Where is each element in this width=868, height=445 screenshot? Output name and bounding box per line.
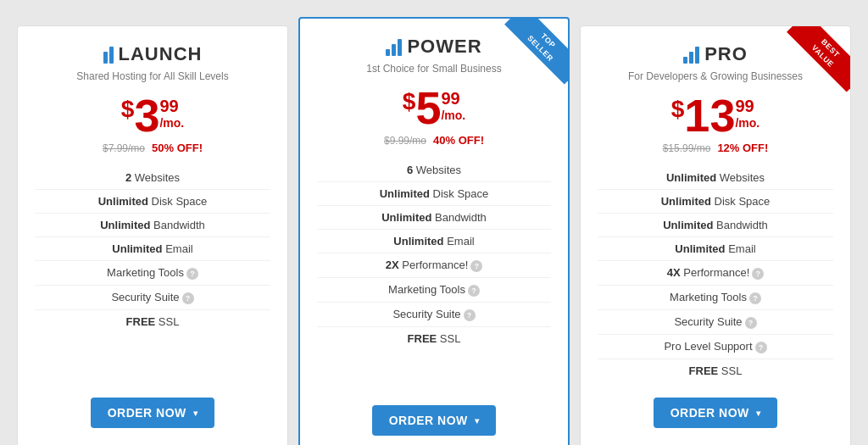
price-row: $ 13 99 /mo. bbox=[671, 92, 760, 138]
feature-item: Unlimited Bandwidth bbox=[35, 214, 270, 237]
bar-icon bbox=[103, 45, 114, 64]
price-discount: 50% OFF! bbox=[152, 142, 203, 154]
bar-icon bbox=[386, 37, 402, 56]
feature-item: Unlimited Disk Space bbox=[317, 182, 551, 206]
feature-item: Unlimited Email bbox=[598, 237, 833, 261]
price-main: 3 bbox=[134, 92, 159, 138]
plan-header: PRO bbox=[683, 43, 748, 65]
plan-header: LAUNCH bbox=[103, 43, 203, 65]
price-discount: 12% OFF! bbox=[717, 142, 768, 154]
feature-item: 6 Websites bbox=[317, 159, 551, 182]
bar-icon bbox=[683, 45, 699, 64]
price-cents: 99 bbox=[441, 88, 465, 108]
order-now-button[interactable]: ORDER NOW ▾ bbox=[91, 398, 215, 428]
feature-item: Unlimited Bandwidth bbox=[598, 214, 833, 237]
feature-item: Unlimited Websites bbox=[598, 166, 833, 190]
feature-item: Security Suite? bbox=[598, 310, 833, 335]
price-cents-mo: 99 /mo. bbox=[159, 96, 184, 130]
plan-card-power: TOPSELLER POWER 1st Choice for Small Bus… bbox=[298, 17, 570, 445]
feature-item: FREE SSL bbox=[35, 310, 270, 333]
feature-item: Security Suite? bbox=[317, 303, 551, 327]
price-dollar: $ bbox=[403, 88, 416, 115]
bar-1 bbox=[109, 47, 114, 64]
price-cents: 99 bbox=[159, 96, 184, 116]
plan-name: PRO bbox=[704, 43, 748, 65]
ribbon-power: TOPSELLER bbox=[500, 19, 568, 86]
feature-item: Pro Level Support? bbox=[598, 335, 833, 359]
price-discount-row: $7.99/mo 50% OFF! bbox=[103, 142, 203, 154]
feature-item: Unlimited Email bbox=[317, 230, 551, 253]
bar-2 bbox=[398, 39, 402, 56]
bar-0 bbox=[386, 49, 390, 56]
feature-item: Unlimited Disk Space bbox=[35, 190, 270, 214]
price-row: $ 3 99 /mo. bbox=[121, 92, 184, 138]
feature-item: FREE SSL bbox=[598, 359, 833, 382]
price-cents-mo: 99 /mo. bbox=[735, 96, 760, 130]
order-now-button[interactable]: ORDER NOW ▾ bbox=[654, 398, 778, 428]
feature-item: 4X Performance!? bbox=[598, 261, 833, 286]
help-icon[interactable]: ? bbox=[470, 260, 482, 272]
feature-item: Marketing Tools? bbox=[35, 261, 270, 286]
pricing-container: LAUNCH Shared Hosting for All Skill Leve… bbox=[0, 0, 868, 445]
dropdown-arrow-icon: ▾ bbox=[475, 416, 480, 426]
order-now-button[interactable]: ORDER NOW ▾ bbox=[372, 405, 497, 436]
plan-subtitle: For Developers & Growing Businesses bbox=[628, 70, 803, 82]
dropdown-arrow-icon: ▾ bbox=[756, 409, 761, 418]
bar-1 bbox=[392, 44, 396, 56]
feature-item: 2 Websites bbox=[35, 166, 270, 190]
price-cents-mo: 99 /mo. bbox=[441, 88, 465, 122]
price-original: $9.99/mo bbox=[384, 135, 426, 147]
feature-item: Security Suite? bbox=[35, 286, 270, 310]
help-icon[interactable]: ? bbox=[749, 292, 761, 304]
feature-item: FREE SSL bbox=[317, 327, 551, 350]
help-icon[interactable]: ? bbox=[755, 342, 767, 353]
dropdown-arrow-icon: ▾ bbox=[193, 409, 198, 418]
bar-2 bbox=[695, 47, 699, 64]
feature-item: Unlimited Email bbox=[35, 237, 270, 261]
help-icon[interactable]: ? bbox=[745, 317, 757, 329]
feature-item: Marketing Tools? bbox=[317, 278, 551, 303]
price-discount-row: $9.99/mo 40% OFF! bbox=[384, 134, 484, 147]
price-discount: 40% OFF! bbox=[433, 134, 484, 147]
features-list: 2 WebsitesUnlimited Disk SpaceUnlimited … bbox=[35, 166, 270, 382]
plan-header: POWER bbox=[386, 36, 481, 58]
help-icon[interactable]: ? bbox=[752, 268, 764, 280]
plan-name: LAUNCH bbox=[119, 43, 203, 65]
price-row: $ 5 99 /mo. bbox=[403, 85, 465, 131]
order-now-label: ORDER NOW bbox=[108, 406, 186, 420]
price-dollar: $ bbox=[671, 96, 685, 123]
price-dollar: $ bbox=[121, 96, 135, 123]
price-discount-row: $15.99/mo 12% OFF! bbox=[663, 142, 769, 154]
features-list: 6 WebsitesUnlimited Disk SpaceUnlimited … bbox=[317, 159, 551, 390]
features-list: Unlimited WebsitesUnlimited Disk SpaceUn… bbox=[598, 166, 833, 382]
plan-subtitle: Shared Hosting for All Skill Levels bbox=[76, 70, 228, 82]
bar-0 bbox=[103, 52, 108, 64]
order-now-label: ORDER NOW bbox=[389, 414, 468, 427]
bar-1 bbox=[689, 52, 693, 64]
plan-name: POWER bbox=[407, 36, 481, 58]
ribbon-label-pro: BESTVALUE bbox=[787, 26, 850, 92]
price-main: 5 bbox=[415, 85, 441, 131]
help-icon[interactable]: ? bbox=[182, 292, 194, 304]
ribbon-pro: BESTVALUE bbox=[782, 26, 850, 94]
price-cents: 99 bbox=[735, 96, 760, 116]
feature-item: Marketing Tools? bbox=[598, 286, 833, 310]
price-mo: /mo. bbox=[441, 108, 465, 122]
price-original: $7.99/mo bbox=[103, 142, 145, 154]
help-icon[interactable]: ? bbox=[468, 285, 480, 297]
price-mo: /mo. bbox=[159, 116, 184, 130]
order-now-label: ORDER NOW bbox=[670, 406, 749, 420]
plan-card-launch: LAUNCH Shared Hosting for All Skill Leve… bbox=[17, 25, 288, 445]
price-original: $15.99/mo bbox=[663, 142, 711, 154]
feature-item: 2X Performance!? bbox=[317, 253, 551, 278]
ribbon-label-power: TOPSELLER bbox=[504, 19, 568, 85]
plan-subtitle: 1st Choice for Small Business bbox=[366, 63, 501, 75]
feature-item: Unlimited Disk Space bbox=[598, 190, 833, 214]
help-icon[interactable]: ? bbox=[464, 309, 476, 321]
feature-item: Unlimited Bandwidth bbox=[317, 206, 551, 230]
plan-card-pro: BESTVALUE PRO For Developers & Growing B… bbox=[580, 25, 851, 445]
bar-0 bbox=[683, 57, 687, 64]
price-main: 13 bbox=[684, 92, 735, 138]
help-icon[interactable]: ? bbox=[186, 268, 198, 280]
price-mo: /mo. bbox=[735, 116, 760, 130]
